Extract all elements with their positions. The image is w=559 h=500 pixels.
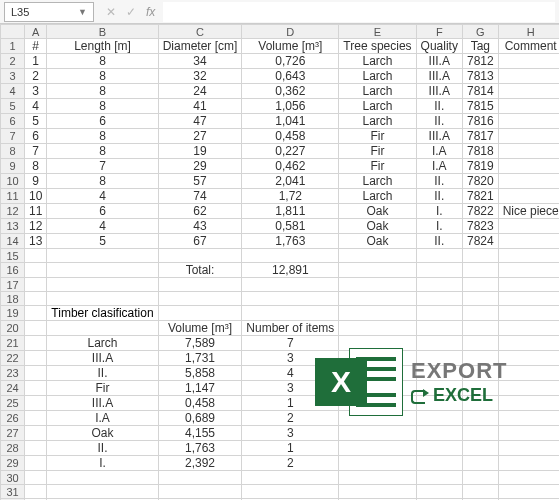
cell[interactable] (498, 114, 559, 129)
cell[interactable]: 7820 (462, 174, 498, 189)
cell[interactable] (462, 456, 498, 471)
cell[interactable]: 7 (47, 159, 158, 174)
cell[interactable]: 19 (158, 144, 242, 159)
cell[interactable]: Tag (462, 39, 498, 54)
cell[interactable] (339, 306, 416, 321)
cell[interactable]: 1 (242, 396, 339, 411)
cell[interactable] (47, 263, 158, 278)
row-header[interactable]: 29 (1, 456, 25, 471)
cell[interactable]: Oak (339, 234, 416, 249)
cell[interactable] (25, 456, 47, 471)
select-all-corner[interactable] (1, 25, 25, 39)
row-header[interactable]: 12 (1, 204, 25, 219)
cell[interactable] (498, 336, 559, 351)
cell[interactable] (498, 366, 559, 381)
cell[interactable] (462, 485, 498, 499)
cell[interactable]: 5,858 (158, 366, 242, 381)
cell[interactable]: 7817 (462, 129, 498, 144)
cell[interactable] (158, 471, 242, 485)
cell[interactable]: 1,041 (242, 114, 339, 129)
cell[interactable] (498, 249, 559, 263)
cell[interactable] (339, 411, 416, 426)
fx-icon[interactable]: fx (146, 5, 155, 19)
row-header[interactable]: 31 (1, 485, 25, 499)
cell[interactable] (416, 336, 462, 351)
row-header[interactable]: 24 (1, 381, 25, 396)
cell[interactable] (462, 263, 498, 278)
cell[interactable] (158, 306, 242, 321)
cell[interactable] (416, 278, 462, 292)
cell[interactable] (416, 292, 462, 306)
cell[interactable]: 3 (242, 426, 339, 441)
cell[interactable]: 1,731 (158, 351, 242, 366)
col-header[interactable]: C (158, 25, 242, 39)
row-header[interactable]: 18 (1, 292, 25, 306)
cell[interactable]: 7813 (462, 69, 498, 84)
cell[interactable] (462, 471, 498, 485)
cell[interactable] (498, 99, 559, 114)
cell[interactable]: III.A (416, 84, 462, 99)
cell[interactable] (158, 278, 242, 292)
cell[interactable] (158, 485, 242, 499)
cell[interactable] (339, 321, 416, 336)
cell[interactable] (498, 189, 559, 204)
row-header[interactable]: 5 (1, 99, 25, 114)
cell[interactable]: Diameter [cm] (158, 39, 242, 54)
cancel-icon[interactable]: ✕ (106, 5, 116, 19)
cell[interactable]: Comment (498, 39, 559, 54)
cell[interactable] (339, 396, 416, 411)
col-header[interactable]: A (25, 25, 47, 39)
cell[interactable] (498, 278, 559, 292)
cell[interactable]: 74 (158, 189, 242, 204)
cell[interactable] (462, 351, 498, 366)
cell[interactable] (25, 411, 47, 426)
cell[interactable]: 0,726 (242, 54, 339, 69)
cell[interactable]: 5 (47, 234, 158, 249)
cell[interactable] (498, 54, 559, 69)
cell[interactable] (498, 441, 559, 456)
cell[interactable] (25, 306, 47, 321)
cell[interactable]: Length [m] (47, 39, 158, 54)
cell[interactable]: 7,589 (158, 336, 242, 351)
cell[interactable]: 7 (25, 144, 47, 159)
row-header[interactable]: 19 (1, 306, 25, 321)
cell[interactable]: 0,458 (242, 129, 339, 144)
cell[interactable] (47, 292, 158, 306)
cell[interactable] (462, 396, 498, 411)
cell[interactable]: 0,227 (242, 144, 339, 159)
cell[interactable]: 4 (47, 189, 158, 204)
cell[interactable]: Fir (339, 144, 416, 159)
cell[interactable] (339, 263, 416, 278)
row-header[interactable]: 30 (1, 471, 25, 485)
cell[interactable]: Oak (339, 219, 416, 234)
cell[interactable] (158, 292, 242, 306)
cell[interactable] (339, 292, 416, 306)
cell[interactable] (416, 456, 462, 471)
cell[interactable]: Fir (339, 159, 416, 174)
cell[interactable]: I. (47, 456, 158, 471)
cell[interactable]: 62 (158, 204, 242, 219)
cell[interactable] (498, 84, 559, 99)
cell[interactable] (25, 471, 47, 485)
cell[interactable]: 3 (25, 84, 47, 99)
cell[interactable]: 7814 (462, 84, 498, 99)
col-header[interactable]: D (242, 25, 339, 39)
cell[interactable] (498, 426, 559, 441)
cell[interactable]: Oak (339, 204, 416, 219)
cell[interactable] (242, 278, 339, 292)
cell[interactable] (416, 441, 462, 456)
cell[interactable] (462, 336, 498, 351)
cell[interactable]: Volume [m³] (242, 39, 339, 54)
cell[interactable] (498, 129, 559, 144)
cell[interactable]: Larch (339, 84, 416, 99)
row-header[interactable]: 8 (1, 144, 25, 159)
cell[interactable]: 0,462 (242, 159, 339, 174)
cell[interactable]: Fir (47, 381, 158, 396)
cell[interactable]: Volume [m³] (158, 321, 242, 336)
cell[interactable]: Larch (47, 336, 158, 351)
cell[interactable] (498, 69, 559, 84)
cell[interactable]: 8 (47, 69, 158, 84)
cell[interactable]: 6 (47, 204, 158, 219)
cell[interactable] (498, 411, 559, 426)
row-header[interactable]: 2 (1, 54, 25, 69)
